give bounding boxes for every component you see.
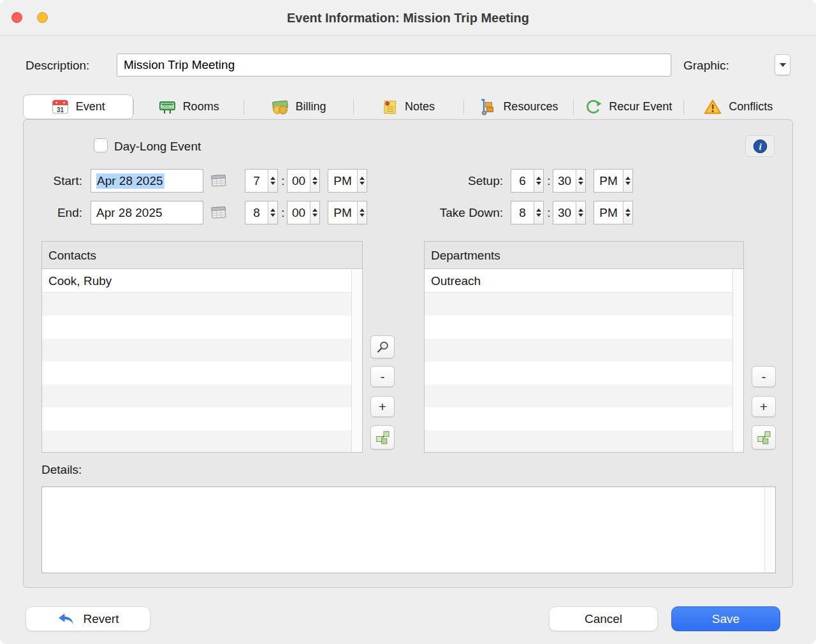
tab-rooms[interactable]: ROOMS Rooms (134, 94, 243, 119)
end-date-picker-button[interactable] (209, 204, 228, 221)
description-input[interactable] (117, 54, 671, 77)
end-minute-field[interactable]: 00 (287, 201, 320, 224)
revert-button[interactable]: Revert (26, 606, 150, 631)
recur-arrows-icon (585, 98, 602, 115)
contacts-list: Contacts Cook, Ruby (41, 241, 363, 453)
close-button[interactable] (11, 12, 22, 23)
list-item-empty[interactable] (42, 430, 351, 452)
list-item-empty[interactable] (42, 407, 351, 430)
end-date-value: Apr 28 2025 (96, 206, 163, 219)
list-item-empty[interactable] (425, 339, 732, 362)
note-icon (382, 98, 398, 115)
end-period-value: PM (328, 201, 357, 224)
setup-minute-field[interactable]: 30 (553, 169, 586, 193)
list-item-empty[interactable] (425, 384, 732, 407)
setup-hour-stepper[interactable] (534, 170, 543, 192)
event-information-window: Event Information: Mission Trip Meeting … (0, 0, 816, 644)
list-item-empty[interactable] (425, 407, 732, 430)
take-down-hour-value: 8 (511, 201, 534, 224)
end-minute-value: 00 (288, 201, 310, 224)
take-down-minute-value: 30 (553, 201, 576, 224)
graphic-dropdown-button[interactable] (775, 54, 790, 75)
departments-scrollbar[interactable] (732, 270, 743, 452)
take-down-hour-field[interactable]: 8 (511, 201, 544, 224)
take-down-period-stepper[interactable] (623, 201, 632, 224)
start-hour-field[interactable]: 7 (245, 169, 278, 193)
details-scrollbar[interactable] (764, 487, 775, 573)
start-minute-stepper[interactable] (310, 170, 319, 192)
setup-hour-field[interactable]: 6 (511, 169, 544, 193)
setup-period-stepper[interactable] (623, 170, 632, 192)
start-hour-value: 7 (245, 170, 268, 192)
list-item-empty[interactable] (425, 316, 732, 339)
time-separator: : (545, 169, 553, 193)
search-icon (376, 340, 390, 354)
minimize-button[interactable] (37, 12, 48, 23)
contacts-scrollbar[interactable] (351, 270, 362, 452)
setup-label: Setup: (393, 169, 503, 193)
list-item[interactable]: Cook, Ruby (42, 270, 351, 293)
list-item-empty[interactable] (42, 293, 351, 316)
take-down-minute-field[interactable]: 30 (553, 201, 586, 224)
start-date-value: Apr 28 2025 (96, 173, 164, 189)
list-item-empty[interactable] (425, 430, 732, 452)
contacts-search-button[interactable] (370, 335, 395, 358)
end-label: End: (24, 201, 82, 224)
end-hour-stepper[interactable] (268, 201, 277, 224)
start-period-stepper[interactable] (357, 170, 367, 192)
tab-conflicts[interactable]: Conflicts (684, 94, 793, 119)
list-item-empty[interactable] (42, 339, 351, 362)
departments-list: Departments Outreach (424, 241, 744, 453)
start-minute-field[interactable]: 00 (287, 169, 320, 193)
date-picker-calendar-icon (210, 173, 228, 188)
start-label: Start: (24, 169, 82, 193)
end-hour-field[interactable]: 8 (245, 201, 278, 224)
end-minute-stepper[interactable] (310, 201, 319, 224)
coins-icon (272, 98, 289, 115)
take-down-period-field[interactable]: PM (594, 201, 633, 224)
list-item-empty[interactable] (42, 384, 351, 407)
take-down-hour-stepper[interactable] (534, 201, 543, 224)
departments-list-header: Departments (425, 242, 743, 269)
tab-label: Notes (405, 100, 435, 113)
end-period-field[interactable]: PM (328, 201, 367, 224)
tab-notes[interactable]: Notes (354, 94, 463, 119)
cancel-button[interactable]: Cancel (549, 606, 658, 631)
rooms-sign-icon: ROOMS (159, 98, 176, 115)
take-down-minute-stepper[interactable] (576, 201, 585, 224)
departments-remove-button[interactable]: - (752, 366, 776, 387)
time-separator: : (545, 201, 553, 224)
contacts-assign-group-button[interactable] (370, 425, 395, 450)
start-hour-stepper[interactable] (268, 170, 277, 192)
svg-text:ROOMS: ROOMS (161, 105, 174, 108)
tab-billing[interactable]: Billing (244, 94, 353, 119)
tab-event[interactable]: 31 Event (23, 94, 133, 119)
svg-text:31: 31 (57, 106, 64, 113)
day-long-event-checkbox[interactable] (94, 138, 108, 152)
end-period-stepper[interactable] (357, 201, 367, 224)
setup-minute-stepper[interactable] (576, 170, 585, 192)
departments-add-button[interactable]: + (752, 396, 776, 417)
info-button[interactable]: i (745, 135, 775, 157)
take-down-period-value: PM (594, 201, 623, 224)
start-date-picker-button[interactable] (209, 172, 228, 189)
setup-period-field[interactable]: PM (594, 169, 633, 193)
departments-list-body: Outreach (425, 270, 732, 452)
start-period-field[interactable]: PM (328, 169, 367, 193)
tab-resources[interactable]: Resources (464, 94, 573, 119)
list-item[interactable]: Outreach (425, 270, 732, 293)
calendar-icon: 31 (52, 98, 69, 115)
list-item-empty[interactable] (42, 316, 351, 339)
hand-truck-icon (479, 98, 496, 115)
contacts-remove-button[interactable]: - (370, 366, 395, 387)
list-item-empty[interactable] (425, 362, 732, 384)
list-item-empty[interactable] (42, 362, 351, 384)
departments-assign-group-button[interactable] (752, 425, 776, 450)
tab-recur-event[interactable]: Recur Event (574, 94, 683, 119)
save-button[interactable]: Save (671, 606, 780, 631)
list-item-empty[interactable] (425, 293, 732, 316)
start-date-field[interactable]: Apr 28 2025 (91, 169, 203, 193)
details-textarea[interactable] (42, 487, 764, 573)
end-date-field[interactable]: Apr 28 2025 (91, 201, 203, 224)
contacts-add-button[interactable]: + (370, 396, 395, 417)
